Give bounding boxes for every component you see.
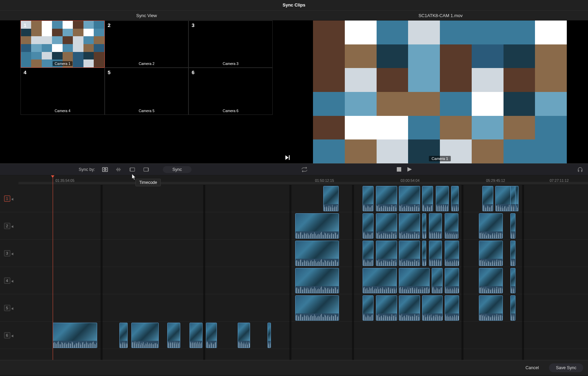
- sync-by-timecode-icon[interactable]: Timecode: [101, 166, 109, 173]
- sync-cell-3[interactable]: 3Camera 3: [188, 21, 273, 68]
- stop-button[interactable]: [397, 167, 401, 172]
- clip[interactable]: [267, 323, 271, 348]
- clip[interactable]: [295, 295, 339, 321]
- clip[interactable]: [510, 213, 515, 239]
- sync-by-out-point-icon[interactable]: [142, 166, 150, 173]
- sync-cell-6[interactable]: 6Camera 6: [188, 68, 273, 115]
- track-lane-1[interactable]: [18, 185, 588, 212]
- track-header-2[interactable]: 2: [0, 212, 18, 240]
- clip[interactable]: [399, 295, 420, 321]
- clip[interactable]: [451, 186, 459, 211]
- clip[interactable]: [422, 295, 443, 321]
- track-audio-icon[interactable]: [11, 252, 15, 255]
- play-button[interactable]: [407, 167, 412, 172]
- clip-waveform: [132, 341, 158, 348]
- clip[interactable]: [510, 268, 515, 293]
- track-lane-4[interactable]: [18, 267, 588, 294]
- clip[interactable]: [429, 213, 442, 239]
- clip[interactable]: [479, 268, 503, 293]
- clip[interactable]: [432, 268, 443, 293]
- clip[interactable]: [510, 295, 515, 321]
- clip[interactable]: [376, 295, 397, 321]
- clip-thumbnail: [479, 241, 502, 259]
- timeline-ruler[interactable]: 01:35:54:059:0701:50:12:1503:00:54:0405:…: [18, 175, 588, 185]
- clip[interactable]: [510, 186, 515, 211]
- clip[interactable]: [376, 241, 397, 266]
- clip[interactable]: [206, 323, 217, 348]
- track-number[interactable]: 1: [4, 196, 10, 202]
- clip[interactable]: [238, 323, 250, 348]
- clip[interactable]: [479, 295, 503, 321]
- clip[interactable]: [323, 186, 339, 211]
- sync-by-in-point-icon[interactable]: [129, 166, 136, 173]
- clip[interactable]: [445, 241, 459, 266]
- clip[interactable]: [295, 213, 339, 239]
- clip[interactable]: [119, 323, 128, 348]
- sync-cell-4[interactable]: 4Camera 4: [21, 68, 105, 115]
- clip[interactable]: [190, 323, 202, 348]
- clip[interactable]: [376, 186, 397, 211]
- headphone-icon[interactable]: [577, 166, 583, 173]
- clip[interactable]: [422, 213, 426, 239]
- clip[interactable]: [399, 268, 430, 293]
- clip[interactable]: [436, 186, 449, 211]
- clip[interactable]: [399, 241, 420, 266]
- track-lane-6[interactable]: [18, 322, 588, 349]
- track-audio-icon[interactable]: [11, 306, 15, 310]
- clip[interactable]: [422, 241, 426, 266]
- sync-button[interactable]: Sync: [163, 166, 192, 173]
- track-lane-5[interactable]: [18, 294, 588, 322]
- track-header-5[interactable]: 5: [0, 294, 18, 322]
- save-sync-button[interactable]: Save Sync: [549, 363, 583, 372]
- track-audio-icon[interactable]: [11, 279, 15, 282]
- clip[interactable]: [295, 241, 339, 266]
- clip[interactable]: [363, 213, 374, 239]
- clip[interactable]: [399, 186, 420, 211]
- track-number[interactable]: 6: [4, 332, 10, 338]
- sync-cell-1[interactable]: 1Camera 1: [21, 21, 105, 68]
- clip-waveform: [445, 286, 459, 293]
- track-number[interactable]: 4: [4, 278, 10, 284]
- clip[interactable]: [53, 323, 97, 348]
- track-number[interactable]: 5: [4, 305, 10, 311]
- clip[interactable]: [445, 268, 459, 293]
- clip[interactable]: [479, 213, 503, 239]
- timeline: 01:35:54:059:0701:50:12:1503:00:54:0405:…: [0, 175, 588, 360]
- clip[interactable]: [510, 241, 515, 266]
- loop-icon[interactable]: [301, 166, 308, 173]
- tracks-body[interactable]: [18, 185, 588, 360]
- track-number[interactable]: 2: [4, 223, 10, 229]
- track-audio-icon[interactable]: [11, 197, 15, 200]
- clip-thumbnail: [432, 268, 442, 286]
- next-frame-icon[interactable]: [284, 155, 290, 161]
- clip[interactable]: [479, 241, 503, 266]
- track-header-6[interactable]: 6: [0, 322, 18, 349]
- clip[interactable]: [482, 186, 493, 211]
- clip[interactable]: [167, 323, 180, 348]
- sync-cell-2[interactable]: 2Camera 2: [105, 21, 189, 68]
- clip[interactable]: [363, 241, 374, 266]
- clip[interactable]: [363, 186, 374, 211]
- track-lane-2[interactable]: [18, 212, 588, 240]
- preview-viewer[interactable]: Camera 1: [313, 21, 567, 163]
- track-header-3[interactable]: 3: [0, 240, 18, 267]
- clip[interactable]: [445, 295, 459, 321]
- sync-cell-5[interactable]: 5Camera 5: [105, 68, 189, 115]
- clip[interactable]: [445, 213, 458, 239]
- clip[interactable]: [429, 241, 442, 266]
- track-lane-3[interactable]: [18, 240, 588, 267]
- clip[interactable]: [131, 323, 159, 348]
- clip[interactable]: [399, 213, 420, 239]
- sync-by-waveform-icon[interactable]: [115, 166, 122, 173]
- clip[interactable]: [376, 213, 397, 239]
- clip[interactable]: [295, 268, 339, 293]
- track-number[interactable]: 3: [4, 250, 10, 256]
- track-audio-icon[interactable]: [11, 334, 15, 337]
- track-header-1[interactable]: 1: [0, 185, 18, 212]
- track-audio-icon[interactable]: [11, 224, 15, 228]
- track-header-4[interactable]: 4: [0, 267, 18, 294]
- clip[interactable]: [363, 268, 397, 293]
- clip[interactable]: [422, 186, 433, 211]
- clip[interactable]: [363, 295, 374, 321]
- cancel-button[interactable]: Cancel: [519, 363, 546, 372]
